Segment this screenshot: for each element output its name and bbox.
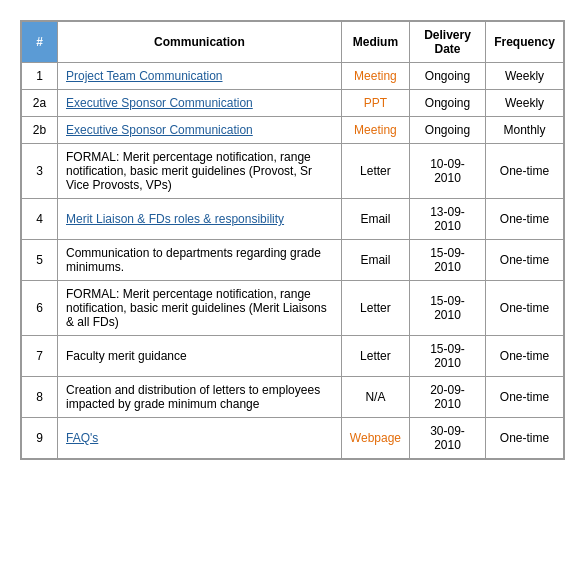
- cell-id: 3: [22, 144, 58, 199]
- cell-frequency: One-time: [486, 240, 564, 281]
- cell-id: 6: [22, 281, 58, 336]
- cell-communication: Faculty merit guidance: [58, 336, 342, 377]
- table-row: 2bExecutive Sponsor CommunicationMeeting…: [22, 117, 564, 144]
- cell-delivery-date: 15-09-2010: [410, 281, 486, 336]
- cell-delivery-date: 10-09-2010: [410, 144, 486, 199]
- cell-communication: Communication to departments regarding g…: [58, 240, 342, 281]
- table-row: 8Creation and distribution of letters to…: [22, 377, 564, 418]
- cell-frequency: One-time: [486, 418, 564, 459]
- cell-delivery-date: Ongoing: [410, 63, 486, 90]
- communication-table: # Communication Medium Delivery Date Fre…: [20, 20, 565, 460]
- table-row: 4Merit Liaison & FDs roles & responsibil…: [22, 199, 564, 240]
- cell-frequency: One-time: [486, 144, 564, 199]
- table-row: 3FORMAL: Merit percentage notification, …: [22, 144, 564, 199]
- table-row: 5Communication to departments regarding …: [22, 240, 564, 281]
- cell-medium: PPT: [341, 90, 409, 117]
- cell-communication[interactable]: Project Team Communication: [58, 63, 342, 90]
- cell-frequency: Weekly: [486, 63, 564, 90]
- cell-id: 4: [22, 199, 58, 240]
- cell-frequency: One-time: [486, 336, 564, 377]
- cell-communication: Creation and distribution of letters to …: [58, 377, 342, 418]
- cell-medium: Meeting: [341, 117, 409, 144]
- header-medium: Medium: [341, 22, 409, 63]
- cell-frequency: One-time: [486, 377, 564, 418]
- cell-delivery-date: 20-09-2010: [410, 377, 486, 418]
- cell-id: 2a: [22, 90, 58, 117]
- cell-delivery-date: 13-09-2010: [410, 199, 486, 240]
- cell-medium: Letter: [341, 336, 409, 377]
- cell-medium: Email: [341, 240, 409, 281]
- header-communication: Communication: [58, 22, 342, 63]
- table-row: 2aExecutive Sponsor CommunicationPPTOngo…: [22, 90, 564, 117]
- table-row: 7Faculty merit guidanceLetter15-09-2010O…: [22, 336, 564, 377]
- cell-communication[interactable]: FAQ's: [58, 418, 342, 459]
- cell-communication: FORMAL: Merit percentage notification, r…: [58, 144, 342, 199]
- cell-delivery-date: 30-09-2010: [410, 418, 486, 459]
- cell-medium: Meeting: [341, 63, 409, 90]
- header-number: #: [22, 22, 58, 63]
- cell-id: 7: [22, 336, 58, 377]
- cell-delivery-date: 15-09-2010: [410, 336, 486, 377]
- cell-id: 2b: [22, 117, 58, 144]
- table-row: 1Project Team CommunicationMeetingOngoin…: [22, 63, 564, 90]
- cell-medium: N/A: [341, 377, 409, 418]
- table-row: 6FORMAL: Merit percentage notification, …: [22, 281, 564, 336]
- cell-communication[interactable]: Merit Liaison & FDs roles & responsibili…: [58, 199, 342, 240]
- table-header-row: # Communication Medium Delivery Date Fre…: [22, 22, 564, 63]
- cell-delivery-date: 15-09-2010: [410, 240, 486, 281]
- cell-medium: Webpage: [341, 418, 409, 459]
- cell-communication[interactable]: Executive Sponsor Communication: [58, 90, 342, 117]
- cell-medium: Letter: [341, 144, 409, 199]
- cell-medium: Email: [341, 199, 409, 240]
- cell-id: 9: [22, 418, 58, 459]
- table-row: 9FAQ'sWebpage30-09-2010One-time: [22, 418, 564, 459]
- header-delivery-date: Delivery Date: [410, 22, 486, 63]
- header-frequency: Frequency: [486, 22, 564, 63]
- cell-frequency: Weekly: [486, 90, 564, 117]
- cell-frequency: One-time: [486, 281, 564, 336]
- cell-delivery-date: Ongoing: [410, 117, 486, 144]
- cell-medium: Letter: [341, 281, 409, 336]
- cell-communication[interactable]: Executive Sponsor Communication: [58, 117, 342, 144]
- cell-id: 5: [22, 240, 58, 281]
- cell-frequency: Monthly: [486, 117, 564, 144]
- cell-id: 8: [22, 377, 58, 418]
- cell-communication: FORMAL: Merit percentage notification, r…: [58, 281, 342, 336]
- cell-frequency: One-time: [486, 199, 564, 240]
- cell-delivery-date: Ongoing: [410, 90, 486, 117]
- cell-id: 1: [22, 63, 58, 90]
